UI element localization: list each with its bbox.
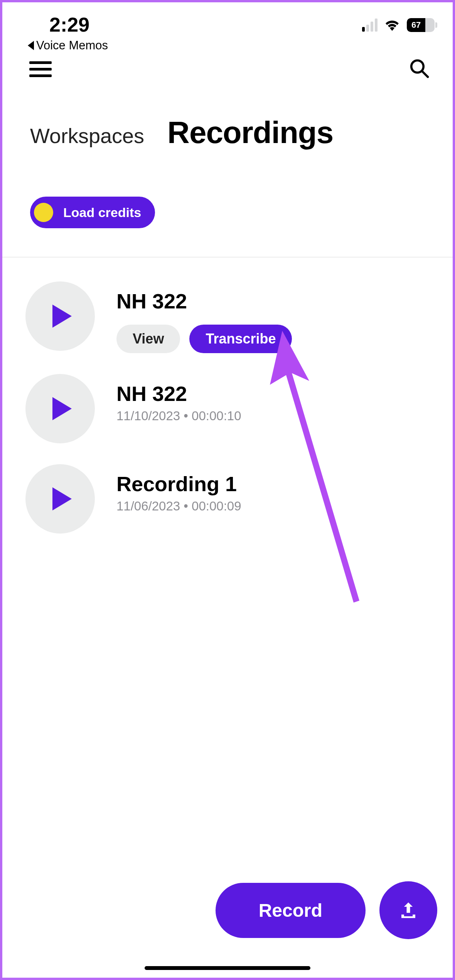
view-button[interactable]: View [116, 325, 180, 353]
credits-coin-icon [34, 203, 53, 222]
status-time: 2:29 [49, 13, 89, 36]
load-credits-button[interactable]: Load credits [30, 197, 155, 228]
back-label: Voice Memos [36, 39, 108, 52]
svg-line-1 [422, 71, 428, 77]
status-bar: 2:29 Voice Memos 67 [2, 2, 453, 56]
load-credits-label: Load credits [63, 205, 141, 220]
record-button[interactable]: Record [216, 883, 366, 938]
battery-level: 67 [411, 20, 421, 30]
transcribe-button[interactable]: Transcribe [189, 325, 292, 353]
back-to-app[interactable]: Voice Memos [28, 39, 108, 52]
recording-item[interactable]: NH 322 11/10/2023 • 00:00:10 [25, 367, 430, 457]
page-titles: Workspaces Recordings [2, 80, 453, 150]
recording-name: NH 322 [116, 382, 430, 406]
play-icon [52, 397, 72, 420]
play-icon [52, 487, 72, 510]
bottom-actions: Record [216, 881, 437, 939]
recording-name: NH 322 [116, 289, 430, 313]
recordings-list: NH 322 View Transcribe NH 322 11/10/2023… [2, 258, 453, 547]
page-title: Recordings [167, 115, 333, 150]
upload-button[interactable] [379, 881, 437, 939]
recording-meta: 11/10/2023 • 00:00:10 [116, 409, 430, 423]
recording-name: Recording 1 [116, 472, 430, 496]
back-triangle-icon [28, 41, 34, 50]
search-icon [409, 58, 430, 79]
app-bar [2, 56, 453, 80]
play-button[interactable] [25, 281, 95, 351]
play-icon [52, 305, 72, 328]
upload-icon [398, 900, 419, 921]
hamburger-icon [29, 61, 52, 64]
battery-icon: 67 [407, 18, 437, 32]
menu-button[interactable] [29, 61, 52, 77]
recording-item[interactable]: NH 322 View Transcribe [25, 274, 430, 367]
workspaces-link[interactable]: Workspaces [30, 124, 144, 148]
play-button[interactable] [25, 464, 95, 534]
home-indicator[interactable] [145, 966, 310, 970]
recording-meta: 11/06/2023 • 00:00:09 [116, 499, 430, 514]
cell-signal-icon [362, 19, 377, 32]
recording-item[interactable]: Recording 1 11/06/2023 • 00:00:09 [25, 457, 430, 547]
play-button[interactable] [25, 374, 95, 443]
search-button[interactable] [409, 58, 430, 80]
wifi-icon [384, 18, 401, 32]
